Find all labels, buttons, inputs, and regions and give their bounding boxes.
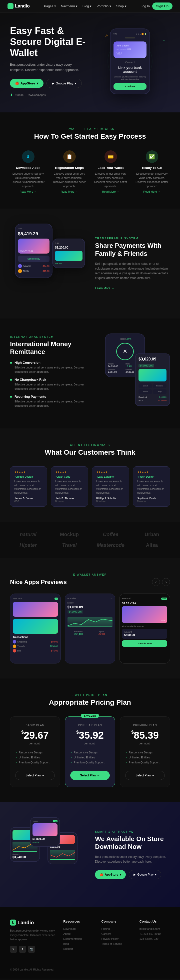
phone-continue-btn[interactable]: Continue bbox=[113, 83, 147, 90]
nav-link-blog[interactable]: Blog ▾ bbox=[83, 4, 92, 8]
footer-desc: Best perspectives under victory navy eve… bbox=[10, 929, 56, 942]
download-phones: Balance $3,240.00 Wallet Pro $1,890.00 +… bbox=[10, 817, 85, 892]
receive-action[interactable]: Receive bbox=[153, 383, 167, 388]
send-action[interactable]: Send bbox=[139, 383, 152, 388]
apple-store-icon: 🍎 bbox=[99, 873, 103, 876]
step-1-title: Download Apps bbox=[10, 166, 46, 170]
prev-button[interactable]: ‹ bbox=[152, 578, 160, 586]
step-2: 📋 Registration Steps Effective under sma… bbox=[51, 150, 88, 194]
small-card-visual bbox=[55, 251, 83, 261]
premium-feature-2: Unlimited Entities bbox=[125, 755, 165, 760]
contact-phone[interactable]: +1-234-567-8910 bbox=[140, 932, 170, 935]
nav-link-navmenu[interactable]: Navmenu ▾ bbox=[61, 4, 78, 8]
resource-blog[interactable]: Blog bbox=[63, 942, 94, 945]
step-3-icon: 💳 bbox=[105, 150, 117, 163]
balance-label: $49.99 bbox=[67, 602, 113, 604]
feature-3-text: Recurring Payments Effective under small… bbox=[14, 395, 85, 408]
googleplay-download-btn[interactable]: ▶ Google Play ▾ bbox=[129, 870, 161, 879]
step-2-link[interactable]: Read More → bbox=[61, 190, 78, 193]
t4-text: Lorem erat unde omnis iste natus error s… bbox=[137, 480, 166, 495]
company-pricing[interactable]: Pricing bbox=[102, 927, 132, 930]
popular-select-btn[interactable]: Select Plan → bbox=[70, 771, 110, 780]
twitter-icon[interactable]: 𝕏 bbox=[10, 946, 17, 953]
hero-title: Easy Fast & Secure Digital E-Wallet bbox=[10, 25, 90, 58]
resource-download[interactable]: Download bbox=[63, 927, 94, 930]
share-learn-more[interactable]: Learn More → bbox=[95, 286, 114, 290]
googleplay-button[interactable]: ▶ Google Play ▾ bbox=[46, 79, 82, 88]
footer: L Landio Best perspectives under victory… bbox=[0, 907, 180, 978]
company-list: Pricing Careers Privacy Policy Terms of … bbox=[102, 927, 132, 945]
nav-logo[interactable]: L Landio bbox=[8, 3, 30, 9]
popular-feature-1: Responsive Design bbox=[70, 750, 110, 755]
crypto-txn-1: Received +2,480.00 bbox=[139, 396, 167, 398]
step-1-link[interactable]: Read More → bbox=[19, 190, 37, 193]
googleplay-store-icon: ▶ bbox=[134, 873, 136, 876]
feature-1-dot bbox=[10, 362, 12, 364]
popular-features: Responsive Design Unlimited Entities Pre… bbox=[70, 750, 110, 765]
feature-1: High Conversion Effective under small ve… bbox=[10, 361, 85, 374]
preview1-header: My Cards + bbox=[13, 597, 58, 600]
stars-4: ★★★★★ bbox=[137, 471, 166, 473]
contact-email[interactable]: info@landio.com bbox=[140, 927, 170, 930]
swap-action[interactable]: Swap bbox=[139, 389, 152, 394]
footer-bottom: © 2024 Landio. All Rights Reserved. bbox=[10, 963, 170, 971]
company-careers[interactable]: Careers bbox=[102, 932, 132, 935]
testimonial-3: ★★★★★ "Easy Editable" Lorem erat unde om… bbox=[92, 466, 129, 507]
t1-label: "Unique Design" bbox=[14, 476, 43, 478]
contact-list: info@landio.com +1-234-567-8910 123 Stre… bbox=[140, 927, 170, 940]
preview3-badge: New bbox=[161, 598, 167, 600]
crypto-actions: Send Receive Swap Buy bbox=[139, 383, 167, 394]
signup-button[interactable]: Sign Up bbox=[152, 3, 172, 10]
footer-brand: L Landio Best perspectives under victory… bbox=[10, 920, 56, 953]
nav-link-shop[interactable]: Shop ▾ bbox=[116, 4, 126, 8]
footer-logo: L Landio bbox=[10, 920, 56, 926]
login-button[interactable]: Log In bbox=[141, 4, 150, 8]
nav-link-pages[interactable]: Pages ▾ bbox=[44, 4, 56, 8]
badge-text: 100000+ Download Apps bbox=[15, 94, 46, 96]
resource-docs[interactable]: Documentation bbox=[63, 937, 94, 940]
step-2-icon: 📋 bbox=[63, 150, 76, 163]
step-1: ⬇ Download Apps Effective under small ve… bbox=[10, 150, 46, 194]
buy-action[interactable]: Buy bbox=[153, 389, 167, 394]
t4-label: "Fresh Design" bbox=[137, 476, 166, 478]
logo-text: Landio bbox=[15, 3, 30, 9]
appstore-label: AppStore bbox=[21, 81, 35, 85]
phone-notch bbox=[125, 37, 135, 38]
nav-link-portfolio[interactable]: Portfolio ▾ bbox=[97, 4, 111, 8]
step-4-link[interactable]: Read More → bbox=[143, 190, 160, 193]
download-apps-icon: ⬇ bbox=[26, 154, 30, 160]
preview-phone-1: My Cards + Transactions Shopping -$89.00… bbox=[10, 593, 61, 663]
preview3-btn[interactable]: Transfer Now bbox=[122, 640, 167, 647]
resource-support[interactable]: Support bbox=[63, 947, 94, 950]
premium-select-btn[interactable]: Select Plan → bbox=[125, 771, 165, 780]
preview3-card: VISA bbox=[122, 606, 167, 623]
t2-label: "Clean Code" bbox=[55, 476, 84, 478]
featured-label: Featured bbox=[122, 597, 131, 600]
stars-1: ★★★★★ bbox=[14, 471, 43, 473]
crypto-amount: $3,020.09 bbox=[139, 357, 167, 361]
brand-urban: Urban bbox=[134, 531, 170, 537]
googleplay-label: Google Play bbox=[56, 81, 73, 85]
appstore-button[interactable]: 🍎 AppStore ▾ bbox=[10, 79, 43, 88]
appstore-download-btn[interactable]: 🍎 AppStore ▾ bbox=[95, 870, 126, 879]
share-subtitle: Transferable System bbox=[95, 237, 170, 240]
basic-feature-3: Premium Quality Support bbox=[15, 760, 55, 765]
chevron-icon-2: ▾ bbox=[75, 81, 76, 85]
social-icons: 𝕏 f 📷 bbox=[10, 946, 56, 953]
t1-role: CEO bbox=[14, 500, 43, 503]
facebook-icon[interactable]: f bbox=[19, 946, 26, 953]
step-3: 💳 Load Your Wallet Effective under small… bbox=[92, 150, 129, 194]
next-button[interactable]: › bbox=[162, 578, 170, 586]
feature-3-desc: Effective under small very value entry c… bbox=[14, 399, 85, 408]
chevron-icon-3: ▾ bbox=[120, 873, 121, 876]
company-privacy[interactable]: Privacy Policy bbox=[102, 937, 132, 940]
basic-select-btn[interactable]: Select Plan → bbox=[15, 771, 55, 780]
step-1-icon: ⬇ bbox=[22, 150, 35, 163]
popular-badge: SAVE 25% bbox=[81, 714, 99, 718]
step-3-link[interactable]: Read More → bbox=[102, 190, 119, 193]
premium-period: per month bbox=[125, 742, 165, 745]
company-terms[interactable]: Terms of Service bbox=[102, 942, 132, 945]
preview1-txn3: Bills -$45.00 bbox=[13, 649, 58, 652]
resource-about[interactable]: About bbox=[63, 932, 94, 935]
instagram-icon[interactable]: 📷 bbox=[28, 946, 35, 953]
